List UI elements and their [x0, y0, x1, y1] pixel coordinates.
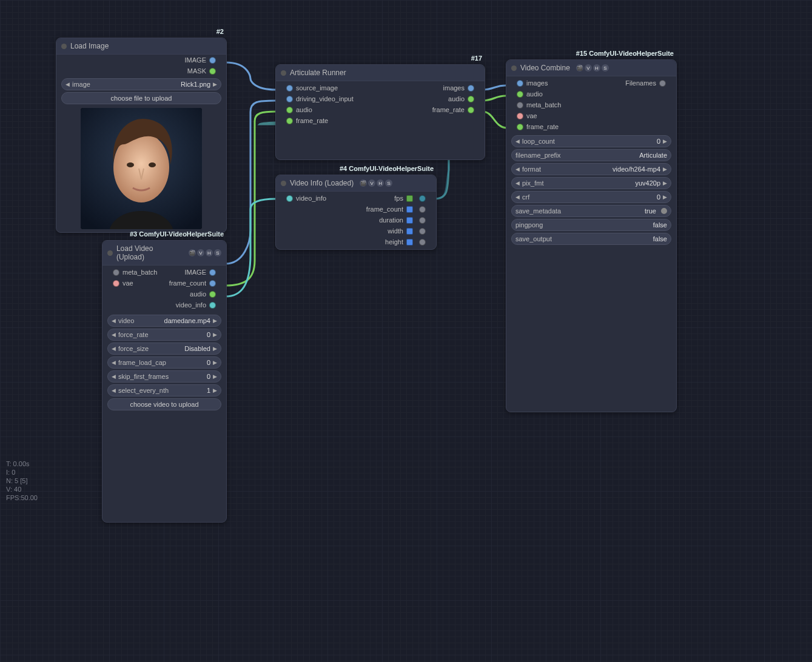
prev-icon[interactable]: ◀ — [112, 332, 116, 338]
prev-icon[interactable]: ◀ — [112, 318, 116, 324]
next-icon[interactable]: ▶ — [213, 81, 217, 87]
output-filenames[interactable]: Filenames — [625, 78, 676, 89]
node-load-video-upload[interactable]: #3 ComfyUI-VideoHelperSuite Load Video (… — [102, 240, 227, 523]
upload-button[interactable]: choose file to upload — [61, 92, 221, 104]
input-audio[interactable]: audio — [276, 104, 312, 115]
port-dot[interactable] — [209, 68, 216, 75]
next-icon[interactable]: ▶ — [663, 138, 667, 144]
output-width[interactable]: width — [388, 226, 436, 236]
input-frame-rate[interactable]: frame_rate — [276, 115, 328, 126]
collapse-icon[interactable] — [511, 65, 517, 71]
input-images[interactable]: images — [506, 78, 548, 89]
node-title-bar[interactable]: Load Video (Upload) 🎬VHS — [102, 241, 226, 266]
node-title-bar[interactable]: Articulate Runner — [276, 65, 485, 81]
port-dot[interactable] — [419, 239, 426, 246]
select-every-nth-widget[interactable]: ◀select_every_nth1▶ — [107, 384, 221, 396]
force-rate-widget[interactable]: ◀force_rate0▶ — [107, 329, 221, 341]
next-icon[interactable]: ▶ — [213, 318, 217, 324]
next-icon[interactable]: ▶ — [663, 194, 667, 200]
node-title-bar[interactable]: Video Combine 🎬VHS — [506, 60, 676, 76]
port-dot[interactable] — [517, 80, 523, 87]
prev-icon[interactable]: ◀ — [65, 81, 70, 87]
port-dot[interactable] — [517, 113, 523, 119]
output-audio[interactable]: audio — [190, 289, 226, 299]
port-dot[interactable] — [406, 239, 413, 246]
port-dot[interactable] — [419, 217, 426, 224]
output-frame-rate[interactable]: frame_rate — [432, 104, 485, 115]
port-dot[interactable] — [468, 85, 474, 92]
video-selector[interactable]: ◀videodamedane.mp4▶ — [107, 315, 221, 327]
upload-video-button[interactable]: choose video to upload — [107, 398, 221, 410]
port-dot[interactable] — [113, 280, 119, 287]
port-dot[interactable] — [419, 206, 426, 213]
port-dot[interactable] — [468, 107, 474, 113]
node-video-info[interactable]: #4 ComfyUI-VideoHelperSuite Video Info (… — [275, 175, 437, 250]
next-icon[interactable]: ▶ — [663, 166, 667, 172]
port-dot[interactable] — [406, 228, 413, 235]
format-widget[interactable]: ◀formatvideo/h264-mp4▶ — [511, 163, 671, 175]
input-vae[interactable]: vae — [102, 278, 133, 289]
port-dot[interactable] — [517, 102, 523, 109]
node-title-bar[interactable]: Load Image — [56, 38, 226, 55]
output-mask[interactable]: MASK — [56, 65, 226, 76]
output-duration[interactable]: duration — [379, 215, 436, 226]
port-dot[interactable] — [419, 228, 426, 235]
input-source-image[interactable]: source_image — [276, 82, 338, 93]
prev-icon[interactable]: ◀ — [112, 359, 116, 366]
save-metadata-toggle[interactable]: save_metadatatrue — [511, 205, 671, 217]
prev-icon[interactable]: ◀ — [515, 166, 520, 172]
input-meta-batch[interactable]: meta_batch — [102, 267, 157, 278]
prev-icon[interactable]: ◀ — [515, 194, 520, 200]
port-dot[interactable] — [406, 195, 413, 202]
port-dot[interactable] — [517, 91, 523, 98]
collapse-icon[interactable] — [107, 250, 113, 256]
input-frame-rate[interactable]: frame_rate — [506, 121, 559, 132]
port-dot[interactable] — [209, 57, 216, 64]
input-video-info[interactable]: video_info — [276, 193, 326, 204]
input-driving-video[interactable]: driving_video_input — [276, 93, 354, 104]
filename-prefix-widget[interactable]: filename_prefixArticulate — [511, 149, 671, 161]
node-articulate-runner[interactable]: #17 Articulate Runner source_image drivi… — [275, 64, 485, 160]
input-vae[interactable]: vae — [506, 110, 537, 121]
output-fps[interactable]: fps — [394, 193, 436, 204]
prev-icon[interactable]: ◀ — [515, 180, 520, 186]
collapse-icon[interactable] — [61, 44, 67, 49]
port-dot[interactable] — [659, 80, 666, 87]
loop-count-widget[interactable]: ◀loop_count0▶ — [511, 135, 671, 147]
port-dot[interactable] — [406, 217, 413, 224]
next-icon[interactable]: ▶ — [213, 332, 217, 338]
node-canvas[interactable]: #2 Load Image IMAGE MASK ◀image Rick1.pn… — [0, 0, 812, 662]
pingpong-toggle[interactable]: pingpongfalse — [511, 219, 671, 231]
port-dot[interactable] — [286, 85, 293, 92]
port-dot[interactable] — [209, 269, 216, 276]
node-video-combine[interactable]: #15 ComfyUI-VideoHelperSuite Video Combi… — [506, 59, 677, 412]
node-title-bar[interactable]: Video Info (Loaded) 🎬VHS — [276, 175, 436, 192]
next-icon[interactable]: ▶ — [213, 346, 217, 352]
output-frame-count[interactable]: frame_count — [366, 204, 436, 215]
node-load-image[interactable]: #2 Load Image IMAGE MASK ◀image Rick1.pn… — [56, 38, 227, 233]
collapse-icon[interactable] — [281, 70, 286, 76]
prev-icon[interactable]: ◀ — [515, 138, 520, 144]
output-audio[interactable]: audio — [448, 93, 485, 104]
crf-widget[interactable]: ◀crf0▶ — [511, 191, 671, 203]
output-images[interactable]: images — [443, 82, 485, 93]
port-dot[interactable] — [419, 195, 426, 202]
output-frame-count[interactable]: frame_count — [169, 278, 226, 289]
save-output-toggle[interactable]: save_outputfalse — [511, 233, 671, 245]
port-dot[interactable] — [209, 291, 216, 298]
image-selector[interactable]: ◀image Rick1.png▶ — [61, 78, 221, 90]
port-dot[interactable] — [286, 96, 293, 102]
collapse-icon[interactable] — [281, 181, 286, 186]
next-icon[interactable]: ▶ — [213, 373, 217, 379]
port-dot[interactable] — [406, 206, 413, 213]
port-dot[interactable] — [209, 302, 216, 309]
output-image[interactable]: IMAGE — [185, 267, 226, 278]
port-dot[interactable] — [286, 118, 293, 124]
next-icon[interactable]: ▶ — [213, 359, 217, 366]
port-dot[interactable] — [517, 124, 523, 130]
prev-icon[interactable]: ◀ — [112, 387, 116, 393]
next-icon[interactable]: ▶ — [213, 387, 217, 393]
input-audio[interactable]: audio — [506, 89, 543, 99]
port-dot[interactable] — [286, 195, 293, 202]
force-size-widget[interactable]: ◀force_sizeDisabled▶ — [107, 343, 221, 355]
